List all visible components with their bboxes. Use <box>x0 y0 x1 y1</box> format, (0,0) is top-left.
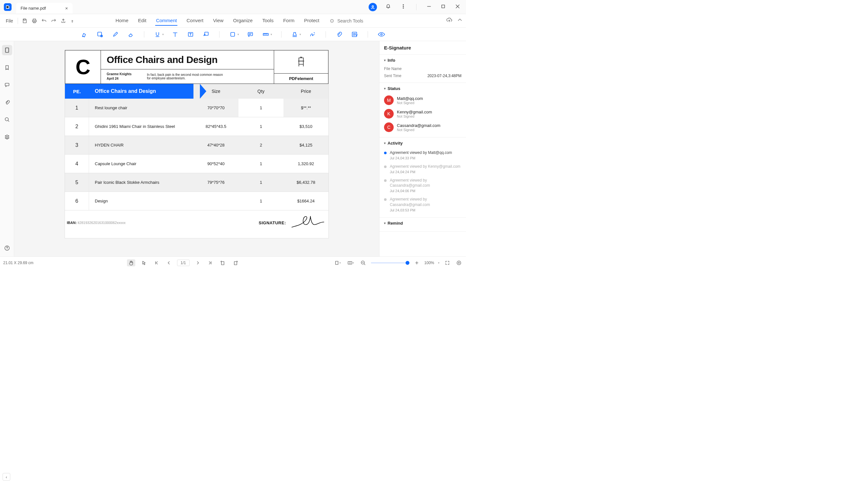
menu-comment[interactable]: Comment <box>155 16 178 26</box>
first-page-icon[interactable] <box>153 260 160 266</box>
textbox-icon[interactable] <box>186 30 195 38</box>
fit-width-icon[interactable] <box>455 260 463 266</box>
menu-protect[interactable]: Protect <box>304 16 320 26</box>
menu-convert[interactable]: Convert <box>186 16 204 26</box>
help-icon[interactable] <box>2 243 12 253</box>
signer-row[interactable]: C Cassandra@gmail.com Not Signed <box>384 121 461 134</box>
note-icon[interactable] <box>96 30 104 38</box>
pencil-icon[interactable] <box>111 30 119 38</box>
tab[interactable]: File name.pdf × <box>16 3 73 13</box>
share-icon[interactable] <box>58 17 68 25</box>
print-icon[interactable] <box>30 17 39 25</box>
menu-organize[interactable]: Organize <box>232 16 253 26</box>
search-tools[interactable] <box>329 18 376 24</box>
activity-dot-icon <box>384 166 387 168</box>
callout-icon[interactable] <box>202 30 210 38</box>
doc-title: Office Chairs and Design <box>101 50 274 69</box>
user-avatar-icon[interactable] <box>369 3 377 11</box>
titlebar: File name.pdf × <box>0 0 466 14</box>
table-row: 3 HYDEN CHAIR 47*40*28 2 $4,125 <box>65 136 329 155</box>
activity-heading[interactable]: Activity <box>384 141 461 146</box>
comment-bubble-icon[interactable] <box>246 30 254 38</box>
sent-time-value: 2023-07-24,3:48PM <box>427 73 461 78</box>
attachments-icon[interactable] <box>2 97 12 107</box>
eye-icon[interactable] <box>377 30 386 38</box>
layers-icon[interactable] <box>2 132 12 142</box>
window-maximize-icon[interactable] <box>439 3 447 11</box>
text-icon[interactable] <box>171 30 179 38</box>
bookmark-icon[interactable] <box>2 62 12 72</box>
undo-icon[interactable] <box>39 17 49 25</box>
canvas[interactable]: C Office Chairs and Design Graeme Knight… <box>14 41 379 257</box>
bell-icon[interactable] <box>384 2 392 12</box>
zoom-in-icon[interactable] <box>413 260 420 266</box>
signer-status: Not Signed <box>397 128 440 132</box>
attachment-icon[interactable] <box>335 30 343 38</box>
menu-home[interactable]: Home <box>115 16 129 26</box>
save-icon[interactable] <box>20 17 30 25</box>
window-close-icon[interactable] <box>454 2 461 12</box>
last-page-icon[interactable] <box>206 260 214 266</box>
shape-icon[interactable] <box>228 30 237 38</box>
menu-view[interactable]: View <box>213 16 224 26</box>
cell-name: Rest lounge chair <box>89 99 193 117</box>
collapse-icon[interactable] <box>457 17 463 25</box>
rotate-left-icon[interactable] <box>218 259 227 266</box>
doc-subtitle: In fact, back pain is the second most co… <box>147 73 227 80</box>
quick-dropdown-icon[interactable] <box>68 18 77 24</box>
svg-rect-7 <box>442 5 445 8</box>
more-icon[interactable] <box>399 2 407 12</box>
search-icon[interactable] <box>2 114 12 125</box>
remind-heading[interactable]: Remind <box>384 221 461 226</box>
redo-icon[interactable] <box>49 17 58 25</box>
hand-tool-icon[interactable] <box>127 259 135 266</box>
zoom-slider[interactable] <box>371 262 409 263</box>
iban-value: lt2819326201631000062xxxxx <box>78 221 126 225</box>
menu-tools[interactable]: Tools <box>262 16 274 26</box>
section-status: Status M Matt@qq.com Not Signed K Kenny@… <box>379 83 466 137</box>
menu-form[interactable]: Form <box>283 16 295 26</box>
page-number[interactable]: 1/1 <box>177 260 190 266</box>
menu-edit[interactable]: Edit <box>138 16 147 26</box>
thumbnails-icon[interactable] <box>2 45 12 55</box>
next-page-icon[interactable] <box>194 260 202 266</box>
stamp-icon[interactable] <box>290 30 299 38</box>
reading-mode-icon[interactable]: ▾ <box>346 260 355 266</box>
activity-text: Agreement viewed by Kenny@gmail.com <box>390 164 460 169</box>
panel-title: E-Signature <box>379 41 466 55</box>
doc-logo: C <box>76 55 90 79</box>
highlight-icon[interactable] <box>80 30 89 38</box>
signer-row[interactable]: M Matt@qq.com Not Signed <box>384 93 461 107</box>
info-heading[interactable]: Info <box>384 58 461 62</box>
page-layout-icon[interactable]: ▾ <box>333 260 342 266</box>
signature-icon[interactable] <box>308 30 317 38</box>
zoom-dropdown-icon[interactable]: ▾ <box>438 261 439 264</box>
activity-item: Agreement viewed by Cassandra@gmail.com … <box>384 195 461 214</box>
svg-rect-24 <box>5 48 9 53</box>
cell-price: $6,432.78 <box>284 173 329 192</box>
measure-icon[interactable] <box>262 30 270 38</box>
prev-page-icon[interactable] <box>165 260 173 266</box>
tab-close-icon[interactable]: × <box>65 5 68 11</box>
esignature-panel: E-Signature Info File Name Sent Time2023… <box>379 41 466 257</box>
signer-email: Matt@qq.com <box>397 96 423 101</box>
checklist-icon[interactable] <box>350 30 359 38</box>
select-tool-icon[interactable] <box>140 259 148 266</box>
window-minimize-icon[interactable] <box>425 3 433 11</box>
comments-icon[interactable] <box>2 80 12 90</box>
th-qty: Qty <box>238 84 284 99</box>
cloud-upload-icon[interactable] <box>446 17 453 25</box>
status-heading[interactable]: Status <box>384 86 461 91</box>
statusbar: 21.01 X 29.69 cm 1/1 ▾ ▾ 100% ▾ <box>0 257 466 269</box>
rotate-right-icon[interactable] <box>231 259 240 266</box>
zoom-out-icon[interactable] <box>359 260 367 266</box>
eraser-icon[interactable] <box>127 30 135 38</box>
menu-file[interactable]: File <box>3 17 16 25</box>
activity-item: Agreement viewed by Kenny@gmail.com Jul … <box>384 162 461 176</box>
table-row: 6 Design 1 $1664.24 <box>65 192 329 211</box>
search-input[interactable] <box>338 18 376 23</box>
underline-icon[interactable] <box>153 30 162 38</box>
signer-email: Kenny@gmail.com <box>397 110 432 114</box>
signer-row[interactable]: K Kenny@gmail.com Not Signed <box>384 107 461 121</box>
fit-screen-icon[interactable] <box>444 260 451 266</box>
